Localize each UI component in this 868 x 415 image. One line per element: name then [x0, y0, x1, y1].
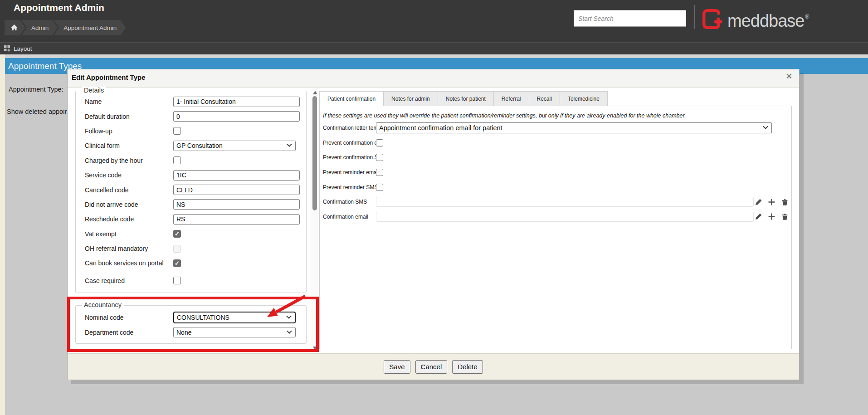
field-label: Prevent confirmation email — [323, 140, 376, 146]
field-label: Reschedule code — [85, 215, 173, 223]
breadcrumb-appointment-admin[interactable]: Appointment Admin — [54, 20, 126, 35]
breadcrumb-home[interactable] — [5, 20, 25, 35]
layout-grid-icon — [4, 45, 10, 52]
tab-recall[interactable]: Recall — [529, 91, 560, 106]
field-label: Follow-up — [85, 127, 173, 135]
scrollbar-thumb[interactable] — [312, 96, 317, 210]
appointment-type-label: Appointment Type: — [9, 86, 67, 93]
form-row-name: Name — [85, 94, 306, 109]
did-not-arrive-code-input[interactable] — [173, 199, 300, 210]
form-row-vat-exempt: Vat exempt — [85, 227, 306, 241]
oh-referral-mandatory-checkbox — [173, 245, 181, 253]
layout-toolbar[interactable]: Layout — [0, 42, 868, 54]
brand-name: meddbase® — [727, 6, 809, 31]
home-icon — [10, 24, 18, 31]
plus-icon[interactable] — [768, 198, 775, 206]
confirmation-email-input[interactable] — [376, 212, 754, 222]
clinical-form-select[interactable]: GP Consultation — [173, 141, 296, 151]
details-fieldset: Details Name Default duration Follow-up … — [75, 91, 307, 293]
vat-exempt-checkbox[interactable] — [173, 230, 181, 238]
layout-label: Layout — [14, 45, 32, 52]
charged-by-hour-checkbox[interactable] — [173, 156, 181, 164]
form-row-case-required: Case required — [85, 273, 306, 288]
cancelled-code-input[interactable] — [173, 185, 300, 195]
prevent-reminder-sms-checkbox[interactable] — [376, 184, 383, 191]
details-legend: Details — [82, 87, 106, 94]
confirmation-letter-template-value: Appointment confirmation email for patie… — [379, 124, 502, 132]
breadcrumb-admin[interactable]: Admin — [21, 20, 58, 35]
tab-referral[interactable]: Referral — [494, 91, 529, 106]
confirmation-sms-actions — [755, 198, 791, 206]
tab-notes-for-patient[interactable]: Notes for patient — [438, 91, 494, 106]
field-label: Confirmation SMS — [323, 199, 376, 205]
prevent-confirmation-sms-checkbox[interactable] — [376, 154, 383, 161]
follow-up-checkbox[interactable] — [173, 127, 181, 135]
override-note: If these settings are used they will ove… — [323, 112, 787, 119]
dialog-title: Edit Appointment Type — [72, 73, 146, 81]
close-icon[interactable]: ✕ — [786, 73, 792, 80]
prevent-reminder-email-checkbox[interactable] — [376, 169, 383, 176]
can-book-services-portal-checkbox[interactable] — [173, 259, 181, 267]
search-input[interactable] — [574, 10, 686, 27]
trash-icon[interactable] — [781, 213, 789, 220]
trash-icon[interactable] — [781, 198, 789, 206]
reschedule-code-input[interactable] — [173, 214, 300, 225]
show-deleted-label: Show deleted appoin — [7, 108, 67, 115]
pencil-icon[interactable] — [755, 213, 762, 220]
case-required-checkbox[interactable] — [173, 277, 181, 284]
left-pane-scrollbar[interactable] — [311, 89, 318, 352]
chevron-down-icon — [286, 313, 291, 318]
brand-logo: meddbase® — [702, 6, 809, 31]
field-label: Department code — [85, 329, 173, 336]
cancel-button[interactable]: Cancel — [415, 360, 448, 374]
divider-strip — [5, 54, 868, 58]
plus-icon[interactable] — [768, 213, 775, 220]
field-label: Nominal code — [85, 314, 173, 321]
form-row-department-code: Department code None — [85, 325, 306, 340]
dialog-body: Details Name Default duration Follow-up … — [68, 88, 799, 354]
row-confirmation-sms: Confirmation SMS — [323, 195, 791, 210]
confirmation-letter-template-select[interactable]: Appointment confirmation email for patie… — [376, 122, 772, 133]
confirmation-email-actions — [755, 213, 791, 220]
header-divider — [694, 5, 695, 29]
meddbase-bracket-icon — [702, 9, 723, 29]
save-button[interactable]: Save — [384, 360, 410, 374]
prevent-confirmation-email-checkbox[interactable] — [376, 139, 383, 146]
field-label: Case required — [85, 277, 173, 284]
accountancy-fieldset: Accountancy Nominal code CONSULTATIONS D… — [75, 305, 307, 344]
field-label: Vat exempt — [85, 230, 173, 238]
dialog-header: Edit Appointment Type ✕ — [68, 69, 799, 88]
row-confirmation-email: Confirmation email — [323, 210, 791, 225]
service-code-input[interactable] — [173, 170, 300, 181]
tab-telemedicine[interactable]: Telemedicine — [560, 91, 608, 106]
right-panel: Patient confirmation Notes for admin Not… — [319, 91, 792, 349]
field-label: Prevent reminder SMS — [323, 184, 376, 190]
field-label: Name — [85, 98, 173, 105]
page-title: Appointment Admin — [14, 2, 104, 13]
scroll-down-icon[interactable] — [313, 347, 317, 350]
confirmation-sms-input[interactable] — [376, 197, 754, 207]
department-code-select[interactable]: None — [173, 327, 296, 337]
pencil-icon[interactable] — [755, 198, 762, 206]
form-row-clinical-form: Clinical form GP Consultation — [85, 138, 306, 153]
chevron-down-icon — [763, 124, 768, 129]
form-row-default-duration: Default duration — [85, 109, 306, 123]
form-row-nominal-code: Nominal code CONSULTATIONS — [85, 310, 306, 325]
page: Appointment Admin meddbase® Admin Appoin… — [0, 0, 868, 415]
nominal-code-select[interactable]: CONSULTATIONS — [173, 312, 296, 323]
tab-patient-confirmation[interactable]: Patient confirmation — [319, 91, 384, 106]
row-prevent-reminder-email: Prevent reminder email — [323, 165, 791, 180]
form-row-did-not-arrive-code: Did not arrive code — [85, 197, 306, 212]
field-label: Charged by the hour — [85, 157, 173, 164]
field-label: Confirmation letter template — [323, 125, 376, 131]
scroll-up-icon[interactable] — [313, 91, 317, 94]
top-header: Appointment Admin meddbase® Admin Appoin… — [0, 0, 868, 42]
name-input[interactable] — [173, 97, 300, 107]
delete-button[interactable]: Delete — [452, 360, 483, 374]
form-row-cancelled-code: Cancelled code — [85, 182, 306, 197]
clinical-form-value: GP Consultation — [176, 142, 223, 149]
tab-notes-for-admin[interactable]: Notes for admin — [384, 91, 438, 106]
default-duration-input[interactable] — [173, 111, 300, 122]
field-label: Did not arrive code — [85, 201, 173, 208]
patient-confirmation-panel: If these settings are used they will ove… — [319, 106, 792, 349]
